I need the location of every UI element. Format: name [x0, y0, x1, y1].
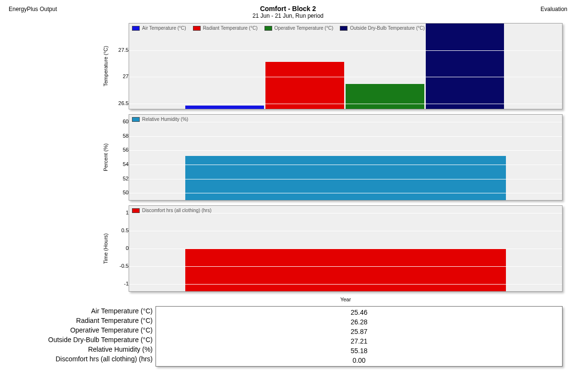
table-row-label: Air Temperature (°C): [17, 306, 153, 316]
ylabel-discomfort: Time (Hours): [102, 205, 110, 292]
chart-humidity: Percent (%) 605856545250 Relative Humidi…: [102, 114, 563, 201]
legend-swatch: [193, 26, 201, 31]
legend-item: Relative Humidity (%): [132, 117, 188, 122]
legend-swatch: [132, 26, 140, 31]
ytick: 54: [123, 161, 129, 167]
ytick: 26.5: [119, 100, 129, 106]
table-row-value: 26.28: [156, 317, 562, 327]
ylabel-humidity: Percent (%): [102, 114, 110, 201]
legend-label: Outside Dry-Bulb Temperature (°C): [350, 25, 425, 31]
legend-item: Outside Dry-Bulb Temperature (°C): [340, 25, 425, 31]
chart-discomfort: Time (Hours) 10.50-0.5-1 Discomfort hrs …: [102, 205, 563, 292]
ytick: 52: [123, 176, 129, 181]
table-row-value: 27.21: [156, 336, 562, 346]
legend-swatch: [264, 26, 272, 31]
legend-humidity: Relative Humidity (%): [129, 115, 562, 124]
legend-swatch: [132, 117, 140, 122]
table-row-label: Relative Humidity (%): [17, 344, 153, 354]
summary-table-labels: Air Temperature (°C)Radiant Temperature …: [17, 306, 156, 367]
table-row-value: 0.00: [156, 356, 562, 365]
bar: [185, 106, 264, 109]
ytick: 50: [123, 190, 129, 195]
chart-temperature: Temperature (°C) 27.52726.5 Air Temperat…: [102, 23, 563, 109]
legend-discomfort: Discomfort hrs (all clothing) (hrs): [129, 206, 562, 215]
ytick: -1: [124, 281, 129, 286]
legend-item: Radiant Temperature (°C): [193, 25, 258, 31]
bar: [265, 62, 344, 109]
ytick: 58: [123, 133, 129, 139]
page-subtitle: 21 Jun - 21 Jun, Run period: [9, 12, 567, 19]
summary-table-values: 25.4626.2825.8727.2155.180.00: [156, 306, 563, 367]
ytick: 27.5: [119, 47, 129, 53]
chart-header: EnergyPlus Output Comfort - Block 2 21 J…: [9, 5, 567, 19]
ytick: 56: [123, 147, 129, 153]
yticks-discomfort: 10.50-0.5-1: [110, 205, 129, 291]
bar: [185, 249, 505, 291]
page-title: Comfort - Block 2: [9, 5, 567, 12]
legend-item: Discomfort hrs (all clothing) (hrs): [132, 208, 211, 213]
legend-temperature: Air Temperature (°C)Radiant Temperature …: [129, 24, 562, 33]
ytick: 27: [123, 73, 129, 79]
table-row-label: Operative Temperature (°C): [17, 325, 153, 335]
plot-temperature: Air Temperature (°C)Radiant Temperature …: [129, 23, 563, 109]
legend-swatch: [132, 208, 140, 213]
table-row-label: Outside Dry-Bulb Temperature (°C): [17, 335, 153, 344]
table-row-label: Discomfort hrs (all clothing) (hrs): [17, 354, 153, 364]
xlabel: Year: [102, 297, 563, 302]
table-row-value: 25.87: [156, 327, 562, 336]
legend-swatch: [340, 26, 348, 31]
header-right: Evaluation: [540, 6, 567, 12]
ytick: 0.5: [121, 227, 129, 233]
plot-discomfort: Discomfort hrs (all clothing) (hrs): [129, 205, 563, 292]
yticks-temperature: 27.52726.5: [110, 23, 129, 108]
legend-label: Radiant Temperature (°C): [203, 25, 258, 31]
table-row-value: 25.46: [156, 308, 562, 317]
bar: [185, 156, 505, 200]
ylabel-temperature: Temperature (°C): [102, 23, 110, 109]
ytick: -0.5: [120, 263, 129, 269]
legend-label: Relative Humidity (%): [142, 117, 188, 122]
table-row-value: 55.18: [156, 346, 562, 356]
bar: [346, 84, 424, 109]
legend-label: Discomfort hrs (all clothing) (hrs): [142, 208, 211, 213]
legend-label: Air Temperature (°C): [142, 25, 186, 31]
legend-item: Air Temperature (°C): [132, 25, 186, 31]
legend-label: Operative Temperature (°C): [275, 25, 334, 31]
yticks-humidity: 605856545250: [110, 114, 129, 200]
ytick: 60: [123, 119, 129, 124]
bar: [426, 24, 504, 109]
legend-item: Operative Temperature (°C): [264, 25, 334, 31]
plot-humidity: Relative Humidity (%): [129, 114, 563, 201]
summary-table: Air Temperature (°C)Radiant Temperature …: [17, 306, 563, 367]
table-row-label: Radiant Temperature (°C): [17, 316, 153, 325]
header-left: EnergyPlus Output: [9, 6, 57, 12]
